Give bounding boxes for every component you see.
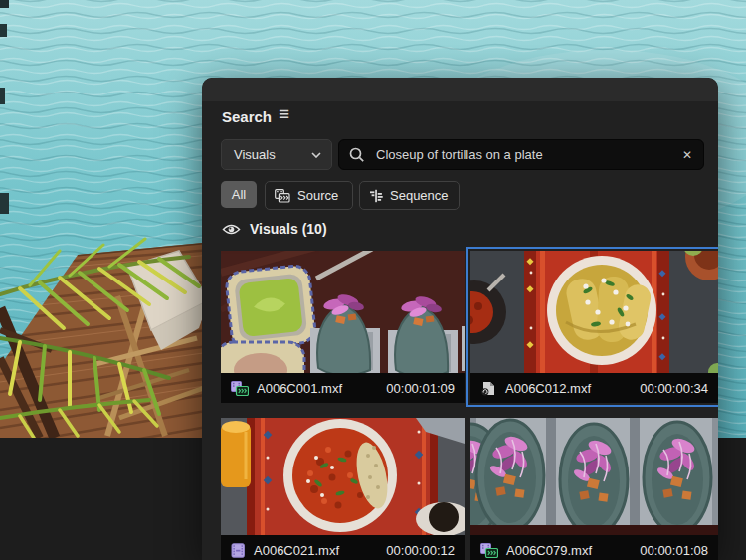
filter-source-label: Source — [297, 188, 338, 203]
clip-duration: 00:00:00:34 — [640, 381, 708, 396]
chevron-down-icon — [311, 152, 321, 158]
premiere-workspace: 00:00:00:00 Fit Search ≡ Visuals — [0, 0, 746, 560]
panel-menu-icon[interactable]: ≡ — [279, 104, 289, 123]
clip-info-bar: A006C012.mxf 00:00:00:34 — [470, 373, 718, 403]
search-field: ✕ — [338, 139, 704, 170]
search-result-clip[interactable]: A006C012.mxf 00:00:00:34 — [470, 251, 718, 403]
clip-filename: A006C079.mxf — [506, 543, 592, 558]
thumbnail-tacos-with-bowls — [221, 251, 465, 373]
filter-source-button[interactable]: Source — [265, 181, 353, 210]
clip-filename: A006C012.mxf — [505, 381, 591, 396]
results-count-label: Visuals (10) — [250, 221, 327, 237]
clip-filename: A006C001.mxf — [257, 381, 342, 396]
filter-sequence-button[interactable]: Sequence — [359, 181, 460, 210]
clip-duration: 00:00:00:12 — [386, 543, 455, 558]
clip-info-bar: A006C021.mxf 00:00:00:12 — [221, 535, 465, 560]
thumbnail-chilaquiles-plate — [221, 418, 465, 535]
media-type-value: Visuals — [222, 147, 276, 162]
clip-info-bar: A006C001.mxf 00:00:01:09 — [221, 373, 465, 403]
media-type-dropdown[interactable]: Visuals — [221, 139, 332, 170]
filter-sequence-label: Sequence — [390, 188, 449, 203]
linked-doc-icon — [480, 381, 497, 396]
clip-info-bar: A006C079.mxf 00:00:01:08 — [470, 535, 718, 560]
panel-title: Search — [222, 108, 272, 125]
video-clip-icon — [231, 543, 246, 558]
eye-icon — [222, 223, 241, 236]
proxy-clip-icon — [231, 381, 249, 396]
panel-header-strip[interactable] — [202, 78, 718, 101]
results-header: Visuals (10) — [222, 221, 327, 237]
source-clip-icon — [275, 189, 290, 203]
clip-duration: 00:00:01:09 — [386, 381, 455, 396]
search-input[interactable] — [374, 146, 682, 163]
search-icon — [349, 147, 365, 163]
sequence-icon — [369, 189, 383, 203]
thumbnail-enchiladas-bowl — [470, 251, 718, 373]
clip-duration: 00:00:01:08 — [640, 543, 708, 558]
search-panel: Search ≡ Visuals ✕ All — [202, 78, 718, 560]
search-result-clip[interactable]: A006C021.mxf 00:00:00:12 — [221, 418, 465, 560]
proxy-clip-icon — [480, 543, 498, 558]
filter-all-button[interactable]: All — [221, 181, 257, 208]
clear-search-icon[interactable]: ✕ — [682, 148, 692, 162]
thumbnail-tacos-closeup — [470, 418, 718, 535]
search-result-clip[interactable]: A006C001.mxf 00:00:01:09 — [221, 251, 465, 403]
filter-all-label: All — [232, 187, 246, 202]
search-result-clip[interactable]: A006C079.mxf 00:00:01:08 — [470, 418, 718, 560]
clip-filename: A006C021.mxf — [254, 543, 339, 558]
